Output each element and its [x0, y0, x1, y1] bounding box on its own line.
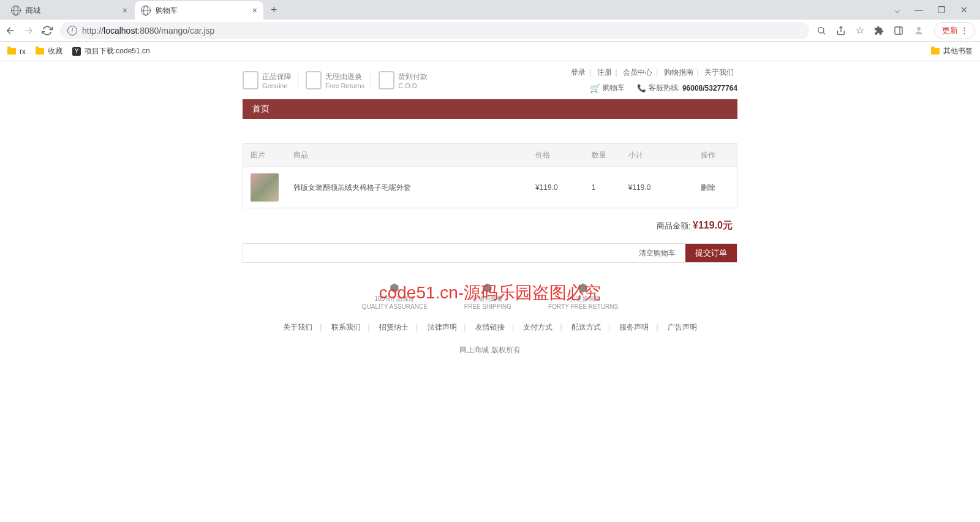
footer-badges: 100%正品保证QUALITY ASSURANCE 全场包邮费FREE SHIP… [243, 275, 737, 316]
bookmark-rx[interactable]: rx [7, 47, 26, 56]
col-name: 商品 [286, 144, 528, 167]
table-row: 韩版女装翻领羔绒夹棉格子毛呢外套 ¥119.0 1 ¥119.0 删除 [243, 167, 737, 208]
reload-button[interactable] [42, 25, 53, 36]
back-button[interactable] [5, 25, 16, 36]
maximize-icon[interactable]: ❐ [938, 5, 946, 15]
product-price: ¥119.0 [528, 167, 584, 208]
login-link[interactable]: 登录 [567, 68, 589, 77]
globe-icon [141, 6, 151, 15]
other-bookmarks[interactable]: 其他书签 [931, 46, 973, 56]
col-img: 图片 [243, 144, 287, 167]
minimize-icon[interactable]: — [914, 5, 923, 15]
nav-bar: 首页 [243, 99, 737, 119]
col-op: 操作 [693, 144, 737, 167]
tab-title: 商城 [26, 6, 40, 16]
badge-returns: 无理由退换Free Returns [306, 71, 371, 89]
register-link[interactable]: 注册 [594, 68, 616, 77]
url-host: localhost [104, 26, 137, 36]
cart-link[interactable]: 🛒 购物车 [590, 83, 625, 93]
toolbar: i http://localhost:8080/mango/car.jsp ☆ … [0, 20, 980, 42]
close-icon[interactable]: × [123, 6, 127, 15]
side-panel-icon[interactable] [894, 26, 903, 36]
clear-cart-button[interactable]: 清空购物车 [629, 244, 685, 262]
cart-table: 图片 商品 价格 数量 小计 操作 韩版女装翻领羔绒夹棉格子毛呢外套 ¥119.… [243, 143, 737, 208]
forward-button[interactable] [23, 25, 34, 36]
window-controls: ⌵ — ❐ ✕ [895, 5, 975, 15]
shield-icon [306, 71, 322, 89]
bookmark-code51[interactable]: Y 项目下载:code51.cn [72, 46, 150, 56]
footer-payment[interactable]: 支付方式 [518, 323, 557, 331]
menu-dots-icon: ⋮ [960, 26, 967, 35]
badge-genuine: 正品保障Genuine [243, 71, 298, 89]
folder-icon [931, 48, 940, 55]
url-path: :8080/mango/car.jsp [137, 26, 214, 36]
copyright: 网上商城 版权所有 [243, 339, 737, 361]
tab-bar: 商城 × 购物车 × + ⌵ — ❐ ✕ [0, 0, 980, 20]
new-tab-button[interactable]: + [265, 4, 284, 17]
bookmark-favorites[interactable]: 收藏 [36, 46, 62, 56]
svg-point-0 [818, 27, 824, 32]
footer-about[interactable]: 关于我们 [278, 323, 317, 331]
tab-title: 购物车 [156, 6, 178, 16]
globe-icon [11, 6, 21, 15]
product-image [251, 173, 279, 202]
nav-home[interactable]: 首页 [252, 104, 270, 115]
submit-order-button[interactable]: 提交订单 [685, 244, 737, 262]
footer-jobs[interactable]: 招贤纳士 [374, 323, 413, 331]
shield-icon [379, 71, 394, 89]
footer-ads[interactable]: 广告声明 [663, 323, 702, 331]
col-qty: 数量 [584, 144, 621, 167]
fbadge-quality: 100%正品保证QUALITY ASSURANCE [362, 281, 428, 310]
col-price: 价格 [528, 144, 584, 167]
close-icon[interactable]: × [252, 6, 257, 15]
share-icon[interactable] [836, 26, 846, 36]
svg-rect-1 [895, 27, 902, 34]
search-icon[interactable] [816, 26, 826, 36]
col-sub: 小计 [621, 144, 693, 167]
footer-legal[interactable]: 法律声明 [423, 323, 462, 331]
close-window-icon[interactable]: ✕ [960, 5, 968, 15]
page-container: 正品保障Genuine 无理由退换Free Returns 货到付款C.O.D.… [243, 61, 737, 361]
footer-friends[interactable]: 友情链接 [470, 323, 510, 331]
folder-icon [36, 48, 44, 55]
guide-link[interactable]: 购物指南 [660, 68, 697, 77]
header: 正品保障Genuine 无理由退换Free Returns 货到付款C.O.D.… [243, 61, 737, 99]
tab-cart[interactable]: 购物车 × [135, 1, 263, 20]
total-label: 商品金额: [657, 221, 691, 230]
footer-links: 关于我们| 联系我们| 招贤纳士| 法律声明| 友情链接| 支付方式| 配送方式… [243, 316, 737, 339]
cart-icon: 🛒 [590, 83, 600, 93]
browser-chrome: 商城 × 购物车 × + ⌵ — ❐ ✕ i http://localhost:… [0, 0, 980, 61]
profile-icon[interactable] [913, 25, 924, 36]
footer: code51.cn-源码乐园盗图必究 100%正品保证QUALITY ASSUR… [243, 275, 737, 361]
fbadge-shipping: 全场包邮费FREE SHIPPING [464, 281, 511, 310]
header-right: 登录| 注册| 会员中心| 购物指南| 关于我们 🛒 购物车 📞 客服热线: 9… [567, 67, 737, 93]
header-badges: 正品保障Genuine 无理由退换Free Returns 货到付款C.O.D. [243, 71, 434, 89]
toolbar-icons: ☆ 更新 ⋮ [816, 22, 975, 39]
fbadge-returns: 7天退货保障FORTY FREE RETURNS [548, 281, 618, 310]
sub-bar: 🛒 购物车 📞 客服热线: 96008/53277764 [567, 83, 737, 93]
product-subtotal: ¥119.0 [621, 167, 693, 208]
extensions-icon[interactable] [874, 26, 884, 36]
product-name: 韩版女装翻领羔绒夹棉格子毛呢外套 [286, 167, 528, 208]
total-amount: ¥119.0元 [693, 220, 733, 230]
footer-service[interactable]: 服务声明 [614, 323, 654, 331]
member-link[interactable]: 会员中心 [619, 68, 656, 77]
top-links: 登录| 注册| 会员中心| 购物指南| 关于我们 [567, 67, 737, 78]
delete-button[interactable]: 删除 [701, 183, 715, 192]
phone-icon: 📞 [637, 84, 646, 93]
update-button[interactable]: 更新 ⋮ [934, 22, 975, 39]
address-bar[interactable]: i http://localhost:8080/mango/car.jsp [60, 22, 809, 39]
star-icon[interactable]: ☆ [856, 25, 864, 36]
footer-delivery[interactable]: 配送方式 [567, 323, 606, 331]
folder-icon [7, 48, 16, 55]
action-bar: 清空购物车 提交订单 [243, 243, 737, 263]
badge-cod: 货到付款C.O.D. [379, 71, 434, 89]
tab-mall[interactable]: 商城 × [5, 1, 134, 20]
info-icon[interactable]: i [67, 26, 77, 36]
footer-contact[interactable]: 联系我们 [326, 323, 366, 331]
about-link[interactable]: 关于我们 [701, 68, 737, 77]
url-prefix: http:// [82, 26, 104, 36]
hotline: 📞 客服热线: 96008/53277764 [637, 83, 737, 93]
total-row: 商品金额: ¥119.0元 [243, 208, 737, 243]
dropdown-icon[interactable]: ⌵ [895, 5, 900, 15]
